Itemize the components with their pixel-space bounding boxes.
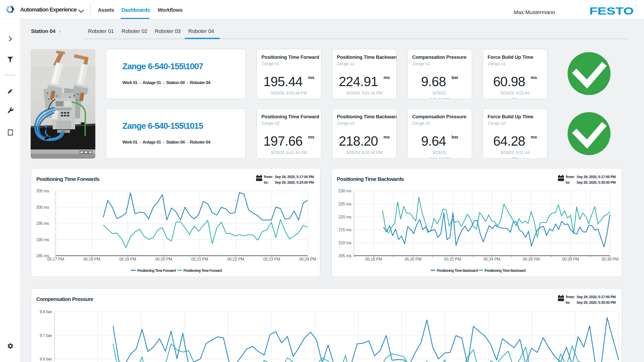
svg-text:05:21 PM: 05:21 PM [191, 257, 208, 261]
svg-text:205 ms: 205 ms [338, 254, 351, 258]
svg-text:210 ms: 210 ms [338, 241, 351, 245]
svg-text:Positioning Time Backward: Positioning Time Backward [437, 268, 478, 273]
svg-text:220 ms: 220 ms [338, 215, 351, 219]
svg-text:225 ms: 225 ms [338, 202, 351, 206]
svg-text:9.6 bar: 9.6 bar [40, 357, 52, 361]
svg-text:205 ms: 205 ms [36, 189, 49, 193]
svg-text:05:30 PM: 05:30 PM [602, 257, 618, 261]
svg-text:to:: to: [566, 300, 570, 305]
svg-text:Positioning Time Backward: Positioning Time Backward [485, 268, 525, 273]
svg-text:Sep 29, 2020, 5:17:00 PM: Sep 29, 2020, 5:17:00 PM [275, 175, 314, 179]
svg-text:Compensation Pressure: Compensation Pressure [36, 296, 93, 302]
svg-text:from:: from: [264, 175, 273, 179]
svg-text:9.8 bar: 9.8 bar [40, 310, 52, 314]
svg-text:05:18 PM: 05:18 PM [83, 257, 100, 261]
svg-text:from:: from: [566, 295, 575, 299]
svg-text:05:28 PM: 05:28 PM [562, 257, 579, 261]
svg-text:05:20 PM: 05:20 PM [405, 257, 421, 261]
svg-text:05:19 PM: 05:19 PM [119, 257, 136, 261]
svg-text:190 ms: 190 ms [36, 238, 49, 242]
svg-text:05:24 PM: 05:24 PM [483, 257, 500, 261]
svg-text:Sep 29, 2020, 5:30:00 PM: Sep 29, 2020, 5:30:00 PM [577, 180, 616, 184]
svg-text:to:: to: [566, 180, 570, 184]
svg-text:Sep 29, 2020, 5:30:00 PM: Sep 29, 2020, 5:30:00 PM [577, 300, 616, 305]
svg-text:05:24 PM: 05:24 PM [299, 257, 316, 261]
svg-text:Sep 29, 2020, 5:24:00 PM: Sep 29, 2020, 5:24:00 PM [275, 180, 314, 184]
svg-text:Positioning Time Forward: Positioning Time Forward [137, 268, 176, 273]
svg-text:9.7 bar: 9.7 bar [40, 333, 52, 338]
svg-text:215 ms: 215 ms [338, 228, 351, 232]
svg-text:05:20 PM: 05:20 PM [155, 257, 172, 261]
svg-text:200 ms: 200 ms [36, 205, 49, 209]
svg-text:Positioning Time Forward: Positioning Time Forward [183, 268, 222, 273]
svg-text:Sep 29, 2020, 5:17:00 PM: Sep 29, 2020, 5:17:00 PM [577, 295, 616, 299]
svg-text:Positioning Time Backwards: Positioning Time Backwards [337, 176, 404, 182]
svg-text:from:: from: [566, 175, 575, 179]
svg-text:05:26 PM: 05:26 PM [523, 257, 540, 261]
svg-text:05:22 PM: 05:22 PM [227, 257, 244, 261]
svg-text:05:23 PM: 05:23 PM [263, 257, 280, 261]
svg-text:05:18 PM: 05:18 PM [365, 257, 382, 261]
svg-text:05:17 PM: 05:17 PM [47, 257, 64, 261]
svg-text:Sep 29, 2020, 5:17:00 PM: Sep 29, 2020, 5:17:00 PM [577, 175, 616, 179]
svg-text:230 ms: 230 ms [338, 189, 351, 193]
svg-text:Positioning TIme Forwards: Positioning TIme Forwards [36, 176, 99, 182]
svg-text:05:22 PM: 05:22 PM [444, 257, 461, 261]
svg-text:to:: to: [264, 180, 269, 184]
svg-text:195 ms: 195 ms [36, 221, 49, 226]
